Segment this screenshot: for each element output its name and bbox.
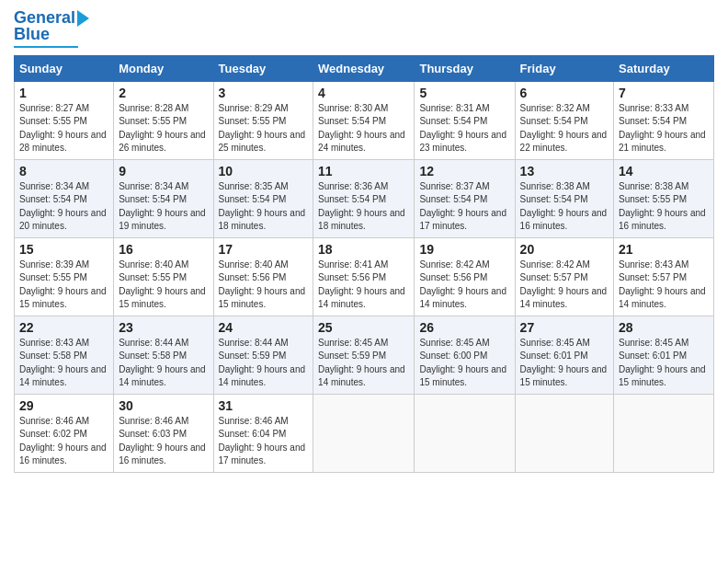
calendar-cell: 27 Sunrise: 8:45 AM Sunset: 6:01 PM Dayl… (515, 316, 613, 394)
day-number: 31 (219, 398, 309, 413)
day-info: Sunrise: 8:38 AM Sunset: 5:54 PM Dayligh… (520, 180, 609, 234)
day-number: 28 (619, 320, 709, 335)
day-number: 2 (119, 86, 208, 100)
day-info: Sunrise: 8:45 AM Sunset: 5:59 PM Dayligh… (318, 337, 409, 390)
day-info: Sunrise: 8:32 AM Sunset: 5:54 PM Dayligh… (520, 102, 609, 155)
calendar-cell (614, 394, 714, 472)
day-info: Sunrise: 8:46 AM Sunset: 6:02 PM Dayligh… (19, 415, 108, 468)
calendar-cell: 4 Sunrise: 8:30 AM Sunset: 5:54 PM Dayli… (313, 81, 415, 159)
day-info: Sunrise: 8:37 AM Sunset: 5:54 PM Dayligh… (419, 180, 509, 234)
week-row-4: 22 Sunrise: 8:43 AM Sunset: 5:58 PM Dayl… (15, 316, 714, 394)
day-number: 19 (419, 242, 509, 257)
day-number: 8 (19, 164, 108, 178)
calendar-cell: 28 Sunrise: 8:45 AM Sunset: 6:01 PM Dayl… (614, 316, 714, 394)
day-info: Sunrise: 8:28 AM Sunset: 5:55 PM Dayligh… (119, 102, 208, 155)
day-info: Sunrise: 8:43 AM Sunset: 5:58 PM Dayligh… (19, 337, 108, 390)
calendar-cell: 12 Sunrise: 8:37 AM Sunset: 5:54 PM Dayl… (415, 159, 515, 237)
week-row-5: 29 Sunrise: 8:46 AM Sunset: 6:02 PM Dayl… (15, 394, 714, 472)
day-info: Sunrise: 8:46 AM Sunset: 6:03 PM Dayligh… (119, 415, 208, 468)
day-number: 20 (520, 242, 609, 257)
day-number: 5 (419, 86, 509, 100)
calendar-cell: 31 Sunrise: 8:46 AM Sunset: 6:04 PM Dayl… (213, 394, 313, 472)
day-info: Sunrise: 8:43 AM Sunset: 5:57 PM Dayligh… (619, 259, 709, 312)
day-info: Sunrise: 8:27 AM Sunset: 5:55 PM Dayligh… (19, 102, 108, 155)
day-info: Sunrise: 8:45 AM Sunset: 6:01 PM Dayligh… (520, 337, 609, 390)
day-info: Sunrise: 8:29 AM Sunset: 5:55 PM Dayligh… (219, 102, 309, 155)
day-number: 7 (619, 86, 709, 100)
day-number: 21 (619, 242, 709, 257)
day-info: Sunrise: 8:39 AM Sunset: 5:55 PM Dayligh… (19, 259, 108, 312)
weekday-saturday: Saturday (614, 55, 714, 81)
day-number: 25 (318, 320, 409, 335)
day-info: Sunrise: 8:30 AM Sunset: 5:54 PM Dayligh… (318, 102, 409, 155)
day-info: Sunrise: 8:44 AM Sunset: 5:59 PM Dayligh… (219, 337, 309, 390)
calendar-cell: 9 Sunrise: 8:34 AM Sunset: 5:54 PM Dayli… (114, 159, 213, 237)
calendar-cell (415, 394, 515, 472)
day-number: 17 (219, 242, 309, 257)
day-info: Sunrise: 8:36 AM Sunset: 5:54 PM Dayligh… (318, 180, 409, 234)
day-number: 4 (318, 86, 409, 100)
day-info: Sunrise: 8:44 AM Sunset: 5:58 PM Dayligh… (119, 337, 208, 390)
calendar-cell: 17 Sunrise: 8:40 AM Sunset: 5:56 PM Dayl… (213, 237, 313, 316)
day-number: 11 (318, 164, 409, 178)
weekday-thursday: Thursday (415, 55, 515, 81)
day-number: 27 (520, 320, 609, 335)
day-info: Sunrise: 8:40 AM Sunset: 5:56 PM Dayligh… (219, 259, 309, 312)
calendar-cell: 26 Sunrise: 8:45 AM Sunset: 6:00 PM Dayl… (415, 316, 515, 394)
weekday-monday: Monday (114, 55, 213, 81)
day-number: 29 (19, 398, 108, 413)
calendar-table: SundayMondayTuesdayWednesdayThursdayFrid… (14, 55, 714, 473)
weekday-sunday: Sunday (15, 55, 114, 81)
calendar-cell: 3 Sunrise: 8:29 AM Sunset: 5:55 PM Dayli… (213, 81, 313, 159)
calendar-cell: 1 Sunrise: 8:27 AM Sunset: 5:55 PM Dayli… (15, 81, 114, 159)
day-info: Sunrise: 8:42 AM Sunset: 5:57 PM Dayligh… (520, 259, 609, 312)
page: General Blue SundayMondayTuesdayWednesda… (0, 0, 728, 487)
day-number: 9 (119, 164, 208, 178)
calendar-cell: 11 Sunrise: 8:36 AM Sunset: 5:54 PM Dayl… (313, 159, 415, 237)
calendar-cell: 5 Sunrise: 8:31 AM Sunset: 5:54 PM Dayli… (415, 81, 515, 159)
day-info: Sunrise: 8:46 AM Sunset: 6:04 PM Dayligh… (219, 415, 309, 468)
day-number: 24 (219, 320, 309, 335)
week-row-3: 15 Sunrise: 8:39 AM Sunset: 5:55 PM Dayl… (15, 237, 714, 316)
calendar-cell: 29 Sunrise: 8:46 AM Sunset: 6:02 PM Dayl… (15, 394, 114, 472)
day-number: 6 (520, 86, 609, 100)
day-info: Sunrise: 8:33 AM Sunset: 5:54 PM Dayligh… (619, 102, 709, 155)
calendar-cell: 30 Sunrise: 8:46 AM Sunset: 6:03 PM Dayl… (114, 394, 213, 472)
day-info: Sunrise: 8:41 AM Sunset: 5:56 PM Dayligh… (318, 259, 409, 312)
day-number: 1 (19, 86, 108, 100)
day-info: Sunrise: 8:34 AM Sunset: 5:54 PM Dayligh… (119, 180, 208, 234)
day-number: 18 (318, 242, 409, 257)
calendar-cell: 15 Sunrise: 8:39 AM Sunset: 5:55 PM Dayl… (15, 237, 114, 316)
calendar-cell: 18 Sunrise: 8:41 AM Sunset: 5:56 PM Dayl… (313, 237, 415, 316)
day-info: Sunrise: 8:34 AM Sunset: 5:54 PM Dayligh… (19, 180, 108, 234)
header: General Blue (14, 9, 714, 48)
calendar-cell: 7 Sunrise: 8:33 AM Sunset: 5:54 PM Dayli… (614, 81, 714, 159)
calendar-cell: 25 Sunrise: 8:45 AM Sunset: 5:59 PM Dayl… (313, 316, 415, 394)
calendar-cell: 8 Sunrise: 8:34 AM Sunset: 5:54 PM Dayli… (15, 159, 114, 237)
week-row-2: 8 Sunrise: 8:34 AM Sunset: 5:54 PM Dayli… (15, 159, 714, 237)
day-number: 12 (419, 164, 509, 178)
calendar-cell: 23 Sunrise: 8:44 AM Sunset: 5:58 PM Dayl… (114, 316, 213, 394)
logo-arrow-icon (77, 10, 89, 27)
calendar-cell: 20 Sunrise: 8:42 AM Sunset: 5:57 PM Dayl… (515, 237, 613, 316)
day-number: 22 (19, 320, 108, 335)
calendar-cell (313, 394, 415, 472)
day-info: Sunrise: 8:45 AM Sunset: 6:00 PM Dayligh… (419, 337, 509, 390)
calendar-cell: 16 Sunrise: 8:40 AM Sunset: 5:55 PM Dayl… (114, 237, 213, 316)
day-info: Sunrise: 8:40 AM Sunset: 5:55 PM Dayligh… (119, 259, 208, 312)
weekday-friday: Friday (515, 55, 613, 81)
day-number: 15 (19, 242, 108, 257)
day-number: 26 (419, 320, 509, 335)
week-row-1: 1 Sunrise: 8:27 AM Sunset: 5:55 PM Dayli… (15, 81, 714, 159)
calendar-cell: 13 Sunrise: 8:38 AM Sunset: 5:54 PM Dayl… (515, 159, 613, 237)
day-number: 30 (119, 398, 208, 413)
day-info: Sunrise: 8:45 AM Sunset: 6:01 PM Dayligh… (619, 337, 709, 390)
day-number: 14 (619, 164, 709, 178)
day-number: 13 (520, 164, 609, 178)
day-info: Sunrise: 8:42 AM Sunset: 5:56 PM Dayligh… (419, 259, 509, 312)
day-info: Sunrise: 8:35 AM Sunset: 5:54 PM Dayligh… (219, 180, 309, 234)
calendar-cell: 6 Sunrise: 8:32 AM Sunset: 5:54 PM Dayli… (515, 81, 613, 159)
logo: General Blue (14, 9, 89, 48)
calendar-cell: 22 Sunrise: 8:43 AM Sunset: 5:58 PM Dayl… (15, 316, 114, 394)
weekday-header-row: SundayMondayTuesdayWednesdayThursdayFrid… (15, 55, 714, 81)
